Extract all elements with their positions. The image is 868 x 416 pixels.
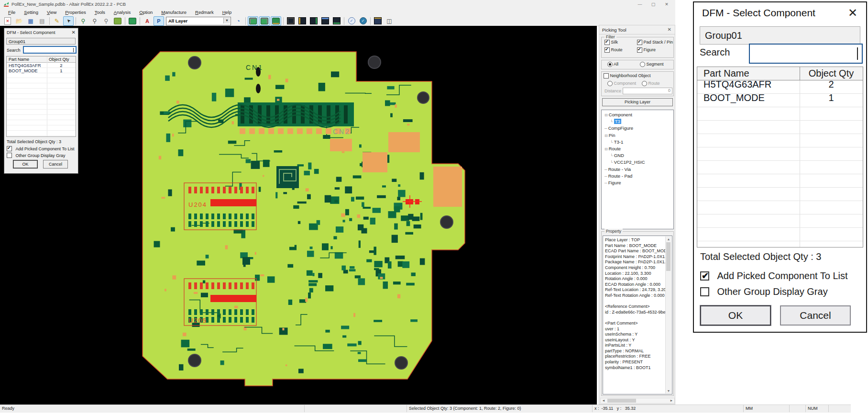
artwork-p-icon[interactable]: P <box>154 16 164 26</box>
menu-analysis[interactable]: Analysis <box>110 9 134 15</box>
property-line: Location : 22.100, 3.300 <box>605 271 672 277</box>
status-units: MM <box>744 405 790 412</box>
dfm-select-component-dialog-small: DFM - Select Component ✕ Group01 Search … <box>4 28 78 174</box>
search-input[interactable] <box>23 46 77 54</box>
display-gray-checkbox[interactable] <box>7 153 12 158</box>
analysis-tool-icon[interactable] <box>373 16 383 26</box>
display-gray-checkbox[interactable] <box>700 287 709 296</box>
snapshot-icon[interactable]: ◫ <box>384 16 395 26</box>
zoom-out-icon[interactable]: ⚲ <box>89 16 100 26</box>
group-name-box: Group01 <box>6 38 76 45</box>
tree-item-t3-1[interactable]: └T3-1 <box>602 139 673 146</box>
total-selected-label: Total Selected Object Qty : 3 <box>700 251 821 262</box>
distance-input[interactable]: 0 <box>623 88 672 94</box>
property-line <box>605 315 672 321</box>
scroll-right-icon[interactable]: ► <box>669 398 674 403</box>
close-icon[interactable]: ✕ <box>668 27 671 32</box>
neighborhood-component-radio[interactable] <box>607 81 613 86</box>
tree-item-pin[interactable]: ⊟Pin <box>602 132 673 139</box>
maximize-button[interactable]: ▢ <box>647 1 659 8</box>
menu-setting[interactable]: Setting <box>21 9 42 15</box>
layer-stack-5-icon[interactable] <box>331 16 342 26</box>
tree-item-gnd[interactable]: └GND <box>602 152 673 159</box>
ok-button[interactable]: OK <box>700 305 771 326</box>
zoom-fit-icon[interactable]: ⚲ <box>101 16 111 26</box>
menu-tools[interactable]: Tools <box>91 9 109 15</box>
save-icon[interactable]: ▦ <box>25 16 36 26</box>
menu-option[interactable]: Option <box>136 9 156 15</box>
close-button[interactable]: ✕ <box>660 1 673 8</box>
ok-button[interactable]: OK <box>13 160 38 169</box>
filter-silk-checkbox[interactable] <box>604 40 610 45</box>
menu-view[interactable]: View <box>44 9 60 15</box>
vertical-scrollbar[interactable]: ▲ ▼ <box>665 236 671 394</box>
pcb-board-view[interactable]: U204 U205 CN1 CN2 <box>0 26 597 405</box>
layer-stack-1-icon[interactable] <box>286 16 296 26</box>
component-bottom-view-icon[interactable] <box>271 16 281 26</box>
scope-all-radio[interactable] <box>607 62 613 67</box>
property-line: inPartsList : Y <box>605 343 672 349</box>
close-pcb-icon[interactable]: ✕ <box>2 16 13 26</box>
neighborhood-route-radio[interactable] <box>642 81 647 86</box>
pcb-canvas[interactable]: U204 U205 CN1 CN2 <box>0 26 597 405</box>
view-image-icon[interactable] <box>112 16 123 26</box>
layer-select-dropdown[interactable]: All Layer ▼ <box>166 17 231 25</box>
filter-route-checkbox[interactable] <box>604 47 610 53</box>
zoom-in-icon[interactable]: ⚲ <box>78 16 88 26</box>
measure-icon[interactable]: ✎ <box>52 16 62 26</box>
property-line: id : Z-eda8e66c-73a5-4532-9bed- <box>605 310 672 315</box>
layer-stack-3-icon[interactable] <box>308 16 319 26</box>
tree-item-compfigure[interactable]: ─CompFigure <box>602 125 673 132</box>
check-tool-2-icon[interactable]: ✓ <box>358 16 368 26</box>
menu-file[interactable]: File <box>5 9 19 15</box>
filter-padstack-checkbox[interactable] <box>637 40 642 45</box>
menu-bar: File Setting View Properties Tools Analy… <box>0 8 235 16</box>
tree-item-vcc1p2-hsic[interactable]: └VCC1P2_HSIC <box>602 159 673 166</box>
check-tool-1-icon[interactable]: ✓ <box>346 16 357 26</box>
minimize-button[interactable]: — <box>634 1 646 8</box>
close-icon[interactable]: ✕ <box>72 30 76 35</box>
tree-item-route-via[interactable]: ─Route - Via <box>602 166 673 173</box>
menu-redmark[interactable]: Redmark <box>192 9 217 15</box>
scroll-thumb[interactable] <box>607 399 636 403</box>
cancel-button[interactable]: Cancel <box>43 160 68 169</box>
layer-stack-4-icon[interactable] <box>320 16 330 26</box>
tool-bar: ✕ 📂 ▦ ▤ ✎ ➤ ⚲ ⚲ ⚲ A P All Layer ▼ ◔ ✓ ✓ <box>0 16 675 26</box>
neighborhood-checkbox[interactable] <box>604 73 609 79</box>
add-picked-checkbox[interactable] <box>700 271 709 281</box>
table-header[interactable]: Part Name Object Qty <box>697 67 863 80</box>
board-view-icon[interactable] <box>127 16 138 26</box>
tree-item-route-pad[interactable]: ─Route - Pad <box>602 173 673 180</box>
scroll-up-icon[interactable]: ▲ <box>666 236 671 242</box>
menu-help[interactable]: Help <box>219 9 235 15</box>
close-icon[interactable]: ✕ <box>848 6 857 20</box>
menu-manufacture[interactable]: Manufacture <box>158 9 190 15</box>
horizontal-scrollbar[interactable]: ◄ ► <box>600 398 675 404</box>
filter-figure-checkbox[interactable] <box>637 47 642 53</box>
tree-item-component[interactable]: ⊟Component <box>602 112 673 118</box>
scope-segment-radio[interactable] <box>640 62 645 67</box>
scroll-left-icon[interactable]: ◄ <box>601 398 606 403</box>
color-settings-icon[interactable]: ◔ <box>233 16 243 26</box>
open-file-icon[interactable]: 📂 <box>14 16 24 26</box>
print-icon[interactable]: ▤ <box>37 16 47 26</box>
cancel-button[interactable]: Cancel <box>780 305 851 326</box>
tree-item-figure[interactable]: ─Figure <box>602 180 673 186</box>
menu-properties[interactable]: Properties <box>62 9 89 15</box>
add-picked-checkbox[interactable] <box>7 146 12 151</box>
layer-stack-2-icon[interactable] <box>297 16 308 26</box>
status-empty-segment <box>305 405 407 412</box>
tree-item-route[interactable]: ⊟Route <box>602 146 673 152</box>
component-top-view-icon[interactable] <box>248 16 258 26</box>
artwork-a-icon[interactable]: A <box>142 16 153 26</box>
tree-item-t3[interactable]: └T3 <box>602 118 673 125</box>
property-list[interactable]: Place Layer : TOPPart Name : BOOT_MODEEC… <box>603 236 672 394</box>
scroll-down-icon[interactable]: ▼ <box>666 388 671 394</box>
component-both-view-icon[interactable] <box>259 16 270 26</box>
select-cursor-icon[interactable]: ➤ <box>63 16 74 26</box>
table-row[interactable]: BOOT_MODE1 <box>697 94 863 107</box>
table-row[interactable]: H5TQ4G63AFR2 <box>697 80 863 94</box>
picking-layer-button[interactable]: Picking Layer <box>602 98 673 106</box>
search-input[interactable] <box>749 44 863 64</box>
scroll-thumb[interactable] <box>666 242 670 271</box>
